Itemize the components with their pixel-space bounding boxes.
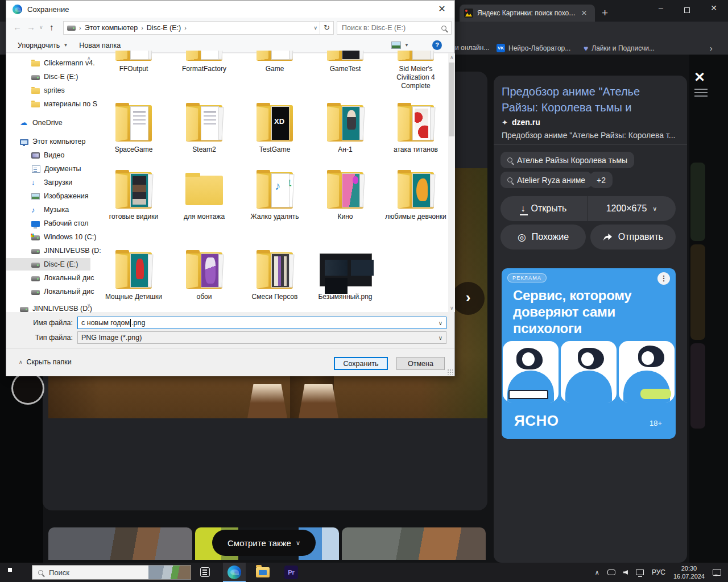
sidebar-scroll-down[interactable]: ∨ <box>87 302 91 308</box>
usb-tray-icon[interactable] <box>607 569 615 575</box>
volume-icon[interactable] <box>623 570 628 575</box>
view-mode-button[interactable]: ▼ <box>391 41 409 49</box>
window-minimize-button[interactable]: – <box>652 3 669 13</box>
breadcrumb-drive[interactable]: Disc-E (E:) <box>147 24 181 32</box>
file-tile[interactable]: любимые девчонки <box>380 169 451 221</box>
chevron-down-icon[interactable]: ∨ <box>313 25 317 31</box>
source-link[interactable]: ✦ dzen.ru <box>502 118 540 127</box>
file-tile[interactable]: Ан-1 <box>310 102 380 154</box>
breadcrumb[interactable]: › Этот компьютер › Disc-E (E:) › ∨ <box>63 21 320 35</box>
next-image-button[interactable]: › <box>452 282 485 315</box>
chevron-down-icon[interactable]: ∨ <box>439 320 442 326</box>
save-button[interactable]: Сохранить <box>334 357 388 370</box>
window-maximize-button[interactable] <box>684 7 690 13</box>
bookmark-item[interactable]: VK Нейро-Лаборатор... <box>497 44 570 52</box>
more-chips-button[interactable]: +2 <box>590 172 613 188</box>
file-tile[interactable]: Смеси Персов <box>239 249 310 301</box>
see-also-button[interactable]: Смотрите также ∨ <box>212 530 316 556</box>
sidebar-item-desktop[interactable]: Рабочий стол <box>6 217 88 230</box>
bookmark-item[interactable]: и онлайн... <box>455 44 489 52</box>
bookmarks-overflow-chevron[interactable]: › <box>710 44 713 53</box>
thumbnail[interactable] <box>342 527 486 560</box>
rail-thumbnail[interactable] <box>690 244 705 340</box>
clock[interactable]: 20:30 16.07.2024 <box>673 564 705 580</box>
window-close-button[interactable]: ✕ <box>705 3 722 13</box>
sidebar-item-disce[interactable]: Disc-E (E:) <box>6 70 78 83</box>
scrollbar-thumb[interactable] <box>449 63 454 136</box>
file-tile[interactable]: Sid Meier's Civilization 4 Complete <box>380 51 451 90</box>
file-tile[interactable]: атака титанов <box>380 102 451 154</box>
sidebar-item-pictures[interactable]: Изображения <box>6 190 89 202</box>
send-button[interactable]: Отправить <box>590 225 676 250</box>
cancel-button[interactable]: Отмена <box>396 357 445 370</box>
back-icon[interactable]: ← <box>13 22 22 32</box>
dialog-titlebar[interactable]: Сохранение <box>6 1 454 18</box>
sidebar-item-sprites[interactable]: sprites <box>6 84 65 97</box>
file-tile[interactable]: для монтажа <box>169 169 239 221</box>
taskbar-app-premiere[interactable]: Pr <box>280 563 303 582</box>
scroll-up-icon[interactable]: ∧ <box>450 55 454 60</box>
history-chevron-icon[interactable]: ∨ <box>39 24 43 30</box>
file-tile[interactable]: обои <box>169 249 239 301</box>
previous-image-button[interactable] <box>11 372 44 405</box>
ad-card[interactable]: РЕКЛАМА ⋮ Сервис, которому доверяют сами… <box>502 268 676 439</box>
file-tile[interactable]: Безымянный.png <box>310 249 380 301</box>
image-size-dropdown[interactable]: 1200×675 ∨ <box>588 196 676 221</box>
file-tile[interactable]: Мощные Детишки <box>98 249 169 301</box>
file-tile[interactable]: Game <box>239 51 310 90</box>
file-tile[interactable]: SpaceGame <box>98 102 169 154</box>
sidebar-item-local-disk-2[interactable]: Локальный дис <box>6 285 94 298</box>
sidebar-item-windows10[interactable]: Windows 10 (C:) <box>6 231 96 243</box>
sidebar-item-this-pc[interactable]: Этот компьютер <box>6 135 85 148</box>
open-image-button[interactable]: ↓ Открыть <box>500 196 587 221</box>
help-button[interactable]: ? <box>432 40 442 50</box>
search-chip[interactable]: Ателье Райзы Королева тьмы <box>500 152 634 168</box>
language-indicator[interactable]: РУС <box>652 568 665 576</box>
tab-yandex-images[interactable]: Яндекс Картинки: поиск похож... ✕ <box>460 5 595 22</box>
network-icon[interactable] <box>636 569 644 575</box>
taskbar-search[interactable]: Поиск <box>32 565 191 580</box>
forward-icon[interactable]: → <box>27 22 35 32</box>
rail-thumbnail[interactable] <box>690 163 705 241</box>
sidebar-item-documents[interactable]: Документы <box>6 163 81 175</box>
close-viewer-icon[interactable]: ✕ <box>694 69 705 85</box>
sidebar-item-clickermann[interactable]: Clickermann v4. <box>6 57 95 69</box>
file-tile[interactable]: GameTest <box>310 51 380 90</box>
up-icon[interactable]: ↑ <box>49 22 54 32</box>
resize-grip[interactable] <box>447 369 453 375</box>
tab-close-icon[interactable]: ✕ <box>581 9 587 17</box>
rail-thumbnail[interactable] <box>690 343 705 429</box>
sidebar-scroll-up[interactable]: ∧ <box>87 55 91 61</box>
sidebar-item-downloads[interactable]: ↓Загрузки <box>6 176 72 189</box>
sidebar-item-materials[interactable]: материалы по S <box>6 98 97 110</box>
file-tile[interactable]: FormatFactory <box>169 51 239 90</box>
start-button[interactable] <box>8 568 17 577</box>
scroll-down-icon[interactable]: ∨ <box>450 305 454 311</box>
file-tile[interactable]: TestGame <box>239 102 310 154</box>
sidebar-item-music[interactable]: ♪Музыка <box>6 203 69 216</box>
taskbar-app-explorer[interactable] <box>251 563 274 582</box>
sidebar-item-disce-selected[interactable]: Disc-E (E:) <box>6 258 90 271</box>
taskbar-app-edge[interactable] <box>223 563 246 582</box>
breadcrumb-computer[interactable]: Этот компьютер <box>85 24 138 32</box>
file-tile[interactable]: Жалко удалять <box>239 169 310 221</box>
thumbnail[interactable] <box>48 527 192 560</box>
sidebar-item-local-disk-1[interactable]: Локальный дис <box>6 272 94 284</box>
file-tile[interactable]: Steam2 <box>169 102 239 154</box>
hide-folders-button[interactable]: ∧ Скрыть папки <box>19 358 72 366</box>
file-tile[interactable]: FFOutput <box>98 51 169 90</box>
refresh-button[interactable]: ↻ <box>320 21 334 35</box>
dialog-search-input[interactable]: Поиск в: Disc-E (E:) <box>337 21 452 35</box>
file-tile[interactable]: Кино <box>310 169 380 221</box>
sidebar-item-video[interactable]: Видео <box>6 149 65 161</box>
new-tab-button[interactable]: + <box>602 7 608 19</box>
image-title-link[interactable]: Предобзор аниме "Ателье Райзы: Королева … <box>502 84 679 116</box>
similar-images-button[interactable]: ◎ Похожие <box>500 225 586 250</box>
file-tile[interactable]: готовые видики <box>98 169 169 221</box>
ad-menu-icon[interactable]: ⋮ <box>657 272 670 285</box>
filetype-select[interactable]: PNG Image (*.png) ∨ <box>77 331 446 344</box>
menu-icon[interactable] <box>694 89 708 99</box>
task-view-button[interactable] <box>200 567 210 577</box>
hidden-icons-chevron[interactable]: ∧ <box>595 569 599 576</box>
sidebar-item-usb-d[interactable]: JINNLIVEUSB (D: <box>6 244 101 257</box>
